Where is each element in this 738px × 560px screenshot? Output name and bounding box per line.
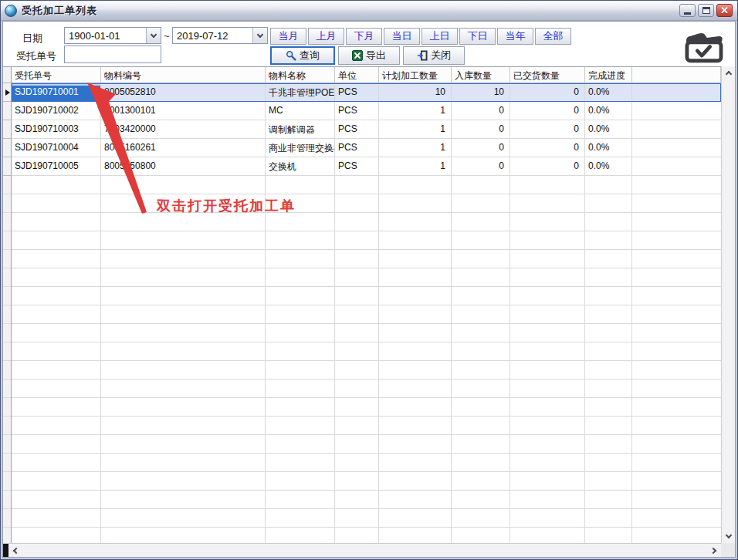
cell-delivered-qty[interactable]: 0 [510,83,585,102]
next-day-button[interactable]: 下日 [459,28,496,45]
scroll-down-button[interactable] [722,530,735,543]
export-button[interactable]: 导出 [338,46,400,65]
minimize-icon [684,12,691,15]
cell-order-no[interactable]: SJD190710005 [12,157,101,176]
quick-filter-row: 当月 上月 下月 当日 上日 下日 当年 全部 [270,28,571,45]
date-range-separator: ~ [164,30,170,42]
cell-progress[interactable]: 0.0% [585,102,632,120]
cell-material-no[interactable]: 8005160261 [101,139,266,157]
cell-material-name[interactable]: 调制解调器 [266,120,335,139]
scroll-right-button[interactable] [708,544,721,557]
cell-planned-qty[interactable]: 1 [379,157,452,176]
column-header-delivered-qty[interactable]: 已交货数量 [510,67,585,83]
column-header-material-name[interactable]: 物料名称 [266,67,335,83]
horizontal-scroll-track[interactable] [22,544,708,557]
current-day-button[interactable]: 当日 [384,28,420,45]
column-header-order-no[interactable]: 受托单号 [12,67,101,83]
query-button-label: 查询 [300,49,320,62]
cell-material-no[interactable]: 8005350800 [101,157,266,176]
table-row[interactable]: SJD190710005 8005350800 交换机 PCS 1 0 0 0.… [3,157,721,176]
cell-order-no[interactable]: SJD190710001 [12,83,101,102]
cell-progress[interactable]: 0.0% [585,120,632,139]
cell-material-name[interactable]: MC [266,102,335,120]
cell-material-no[interactable]: 7003420000 [101,120,266,139]
table-row[interactable]: SJD190710001 8005052810 千兆非管理POE PCS 10 … [3,83,721,102]
current-month-button[interactable]: 当月 [270,28,306,45]
cell-delivered-qty[interactable]: 0 [510,157,585,176]
chevron-left-icon [13,547,19,553]
all-button[interactable]: 全部 [535,28,571,45]
date-to-value: 2019-07-12 [173,28,252,43]
cell-unit[interactable]: PCS [335,102,379,120]
next-month-button[interactable]: 下月 [346,28,382,45]
column-header-unit[interactable]: 单位 [335,67,379,83]
close-icon: ✕ [720,5,729,15]
cell-progress[interactable]: 0.0% [585,157,632,176]
cell-filler [632,157,721,176]
minimize-button[interactable] [679,4,696,17]
excel-icon [352,50,363,61]
cell-planned-qty[interactable]: 1 [379,139,452,157]
row-pointer-icon [5,89,10,96]
current-year-button[interactable]: 当年 [497,28,533,45]
cell-delivered-qty[interactable]: 0 [510,139,585,157]
scrollbar-end-block [3,544,8,557]
cell-inbound-qty[interactable]: 0 [452,139,510,157]
scroll-up-button[interactable] [722,66,735,79]
table-row[interactable]: SJD190710004 8005160261 商业非管理交换机 PCS 1 0… [3,139,721,157]
folder-check-icon[interactable] [681,29,726,65]
close-button[interactable]: ✕ [716,4,733,17]
date-to-combo[interactable]: 2019-07-12 [172,27,268,44]
cell-planned-qty[interactable]: 1 [379,120,452,139]
cell-inbound-qty[interactable]: 0 [452,157,510,176]
cell-material-name[interactable]: 商业非管理交换机 [266,139,335,157]
previous-month-button[interactable]: 上月 [308,28,344,45]
cell-material-no[interactable]: 8005052810 [101,83,266,102]
cell-delivered-qty[interactable]: 0 [510,120,585,139]
maximize-button[interactable] [698,4,714,17]
cell-unit[interactable]: PCS [335,120,379,139]
table-row[interactable]: SJD190710003 7003420000 调制解调器 PCS 1 0 0 … [3,120,721,139]
app-icon [5,5,17,17]
cell-inbound-qty[interactable]: 10 [452,83,510,102]
cell-material-name[interactable]: 交换机 [266,157,335,176]
cell-inbound-qty[interactable]: 0 [452,120,510,139]
cell-inbound-qty[interactable]: 0 [452,102,510,120]
cell-planned-qty[interactable]: 1 [379,102,452,120]
row-indicator-header [3,67,12,83]
date-to-dropdown-button[interactable] [252,28,267,43]
query-button[interactable]: 查询 [270,46,335,65]
date-from-combo[interactable]: 1900-01-01 [64,27,161,44]
cell-unit[interactable]: PCS [335,157,379,176]
cell-delivered-qty[interactable]: 0 [510,102,585,120]
date-from-dropdown-button[interactable] [146,28,161,43]
row-indicator [3,139,12,157]
cell-unit[interactable]: PCS [335,83,379,102]
order-no-label: 受托单号 [16,49,56,63]
row-indicator [3,102,12,120]
cell-order-no[interactable]: SJD190710002 [12,102,101,120]
column-header-planned-qty[interactable]: 计划加工数量 [379,67,452,83]
cell-unit[interactable]: PCS [335,139,379,157]
column-header-progress[interactable]: 完成进度 [585,67,632,83]
scroll-left-button[interactable] [8,544,22,557]
close-action-button[interactable]: 关闭 [403,46,465,65]
cell-filler [632,120,721,139]
column-header-inbound-qty[interactable]: 入库数量 [452,67,510,83]
row-indicator [3,120,12,139]
cell-progress[interactable]: 0.0% [585,139,632,157]
table-row[interactable]: SJD190710002 7001300101 MC PCS 1 0 0 0.0… [3,102,721,120]
horizontal-scrollbar[interactable] [3,543,721,557]
cell-progress[interactable]: 0.0% [585,83,632,102]
vertical-scrollbar[interactable] [721,66,735,543]
cell-material-no[interactable]: 7001300101 [101,102,266,120]
cell-order-no[interactable]: SJD190710004 [12,139,101,157]
column-header-material-no[interactable]: 物料编号 [101,67,266,83]
row-indicator [3,157,12,176]
cell-planned-qty[interactable]: 10 [379,83,452,102]
date-label: 日期 [22,32,42,46]
cell-order-no[interactable]: SJD190710003 [12,120,101,139]
order-no-input[interactable] [64,46,161,63]
previous-day-button[interactable]: 上日 [421,28,458,45]
cell-material-name[interactable]: 千兆非管理POE [266,83,335,102]
